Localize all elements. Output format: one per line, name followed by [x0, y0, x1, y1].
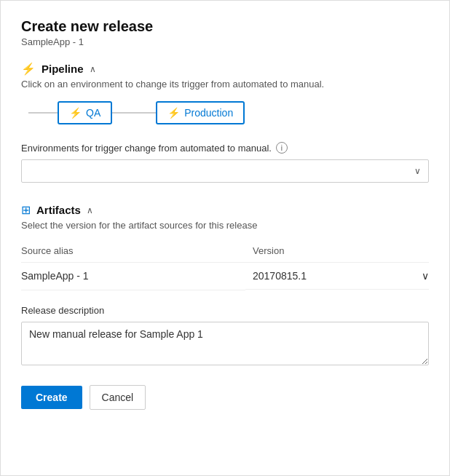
stage-connector	[112, 112, 156, 114]
environments-dropdown-arrow: ∨	[414, 166, 421, 176]
artifact-version-cell: 20170815.1 ∨	[245, 263, 429, 290]
artifacts-table: Source alias Version SampleApp - 1 20170…	[21, 242, 429, 290]
release-description-label: Release description	[21, 305, 429, 316]
dialog-subtitle: SampleApp - 1	[21, 36, 429, 47]
artifact-version-arrow: ∨	[422, 270, 429, 282]
col-source-alias: Source alias	[21, 242, 245, 263]
create-release-dialog: Create new release SampleApp - 1 ⚡ Pipel…	[0, 0, 450, 476]
pipeline-stages: ⚡ QA ⚡ Production	[21, 101, 429, 124]
pipeline-section-header: ⚡ Pipeline ∧	[21, 62, 429, 76]
artifact-version-value: 20170815.1	[253, 270, 307, 282]
col-version: Version	[245, 242, 429, 263]
stage-qa-label: QA	[86, 107, 100, 119]
stage-qa-icon: ⚡	[69, 107, 82, 119]
artifact-version-dropdown[interactable]: 20170815.1 ∨	[253, 270, 429, 282]
environments-info-icon[interactable]: i	[276, 142, 288, 154]
pipeline-title: Pipeline	[42, 63, 84, 75]
stage-production[interactable]: ⚡ Production	[156, 101, 245, 124]
environments-label-text: Environments for trigger change from aut…	[21, 143, 272, 154]
cancel-button[interactable]: Cancel	[90, 385, 146, 410]
artifacts-section: ⊞ Artifacts ∧ Select the version for the…	[21, 203, 429, 290]
artifacts-chevron-icon[interactable]: ∧	[87, 205, 93, 215]
artifacts-icon: ⊞	[21, 203, 31, 217]
stage-qa[interactable]: ⚡ QA	[58, 101, 112, 124]
pipeline-icon: ⚡	[21, 62, 36, 76]
actions-bar: Create Cancel	[21, 385, 429, 410]
release-description-input[interactable]	[21, 322, 429, 365]
artifacts-title: Artifacts	[36, 204, 81, 216]
environments-dropdown[interactable]: ∨	[21, 159, 429, 183]
stage-production-icon: ⚡	[167, 107, 180, 119]
pipeline-line-start	[28, 112, 58, 114]
pipeline-description: Click on an environment to change its tr…	[21, 79, 429, 90]
stage-production-label: Production	[184, 107, 233, 119]
create-button[interactable]: Create	[21, 386, 82, 409]
artifacts-section-header: ⊞ Artifacts ∧	[21, 203, 429, 217]
pipeline-chevron-icon[interactable]: ∧	[90, 64, 96, 74]
artifact-row: SampleApp - 1 20170815.1 ∨	[21, 263, 429, 290]
artifact-source-alias: SampleApp - 1	[21, 263, 245, 290]
environments-label: Environments for trigger change from aut…	[21, 142, 429, 154]
artifacts-description: Select the version for the artifact sour…	[21, 220, 429, 231]
dialog-title: Create new release	[21, 18, 429, 35]
release-description-section: Release description	[21, 305, 429, 368]
